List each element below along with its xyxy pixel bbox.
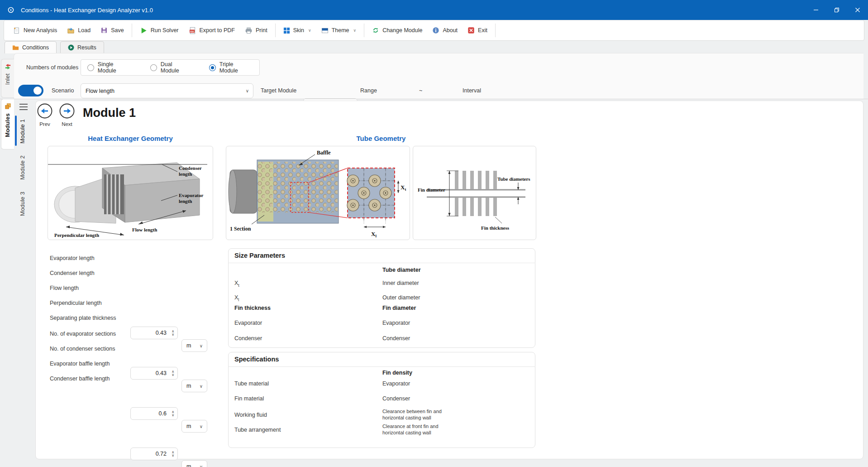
size-parameters-title: Size Parameters xyxy=(228,248,535,263)
export-pdf-button[interactable]: PDF Export to PDF xyxy=(184,23,240,38)
numbers-of-modules-label: Numbers of modules xyxy=(26,59,78,76)
chevron-down-icon: ∨ xyxy=(246,88,249,93)
module-tab-3[interactable]: Module 3 xyxy=(17,188,28,220)
prev-label: Prev xyxy=(33,121,56,127)
evaporator-length-label: Evaporator length xyxy=(50,252,95,265)
scenario-label: Scenario xyxy=(52,83,74,98)
tab-results[interactable]: Results xyxy=(60,41,104,53)
condenser-sections-label: No. of condenser sections xyxy=(50,342,115,355)
play-circle-icon xyxy=(68,44,74,51)
condenser-length-unit[interactable]: m∨ xyxy=(181,380,207,392)
spinner-arrows-icon[interactable]: ∧∨ xyxy=(172,410,174,417)
tube-label-baffle: Baffle xyxy=(317,149,331,156)
radio-triple-module[interactable]: Triple Module xyxy=(209,61,253,74)
radio-dual-module[interactable]: Dual Module xyxy=(150,61,192,74)
hx-label-perpendicular: Perpendicular length xyxy=(54,232,99,238)
chevron-down-icon: ∨ xyxy=(200,343,203,348)
radio-triple-label: Triple Module xyxy=(219,61,253,74)
clearance-fin-wall-label: Clearance between fin andhorizontal cast… xyxy=(382,409,442,421)
perpendicular-length-label: Perpendicular length xyxy=(50,297,102,309)
new-analysis-button[interactable]: New Analysis xyxy=(8,23,62,38)
condenser-baffle-length-label: Condenser baffle length xyxy=(50,372,110,385)
about-label: About xyxy=(443,27,458,34)
save-label: Save xyxy=(111,27,124,34)
new-analysis-icon xyxy=(13,27,20,34)
scenario-toggle[interactable] xyxy=(18,85,43,96)
outer-diameter-label: Outer diameter xyxy=(382,291,420,304)
hx-label-condenser-line1: Condenser xyxy=(179,165,202,171)
flow-length-unit[interactable]: m∨ xyxy=(181,420,207,433)
fin-thickness-header: Fin thickness xyxy=(234,305,271,311)
hx-label-condenser-line2: length xyxy=(179,171,192,177)
toolbar: New Analysis Load Save Run Solver PDF Ex… xyxy=(4,20,864,41)
save-icon xyxy=(100,27,108,34)
app-icon xyxy=(7,6,14,14)
minimize-button[interactable] xyxy=(806,0,826,20)
radio-single-label: Single Module xyxy=(98,61,133,74)
print-icon xyxy=(245,27,253,34)
evaporator-baffle-length-label: Evaporator baffle length xyxy=(50,357,110,370)
exit-label: Exit xyxy=(478,27,487,34)
theme-label: Theme xyxy=(332,27,349,34)
module-tab-2[interactable]: Module 2 xyxy=(17,152,28,183)
fin-label-thickness: Fin thickness xyxy=(481,225,510,231)
modules-boxes-icon xyxy=(5,103,11,110)
theme-icon xyxy=(321,27,329,34)
flow-length-label: Flow length xyxy=(50,282,79,294)
header-divider xyxy=(0,99,868,99)
main-tabs: Conditions Results xyxy=(5,41,104,53)
toolbar-separator xyxy=(275,24,276,37)
perpendicular-length-unit[interactable]: m∨ xyxy=(181,460,207,467)
save-button[interactable]: Save xyxy=(95,23,129,38)
toolbar-separator xyxy=(132,24,132,37)
scenario-value: Flow length xyxy=(86,88,114,94)
tube-geometry-image: Baffle 1 Section Xt Xl xyxy=(226,146,410,240)
clearance-front-fin-label: Clearance at front fin andhorizontal cas… xyxy=(382,424,442,436)
module-tab-3-label: Module 3 xyxy=(19,192,26,216)
change-module-button[interactable]: Change Module xyxy=(367,23,427,38)
skin-button[interactable]: Skin∨ xyxy=(278,23,316,38)
load-button[interactable]: Load xyxy=(62,23,95,38)
spinner-arrows-icon[interactable]: ∧∨ xyxy=(172,330,174,336)
perpendicular-length-input[interactable]: 0.72∧∨ xyxy=(130,448,178,460)
working-fluid-label: Working fluid xyxy=(234,409,267,421)
module-tab-1-label: Module 1 xyxy=(19,119,26,144)
restore-icon xyxy=(834,7,839,13)
module-tab-1[interactable]: Module 1 xyxy=(17,116,28,147)
condenser-length-label: Condenser length xyxy=(50,267,95,279)
restore-button[interactable] xyxy=(826,0,847,20)
next-button[interactable] xyxy=(59,103,75,119)
tab-conditions[interactable]: Conditions xyxy=(5,41,57,53)
prev-button[interactable] xyxy=(37,103,52,119)
spinner-arrows-icon[interactable]: ∧∨ xyxy=(172,451,174,457)
about-button[interactable]: About xyxy=(427,23,463,38)
sidebar-tab-modules[interactable]: Modules xyxy=(1,99,14,149)
close-button[interactable] xyxy=(847,0,868,20)
xl-label: Xl xyxy=(234,291,239,306)
run-solver-label: Run Solver xyxy=(151,27,179,34)
run-solver-icon xyxy=(140,27,148,34)
radio-dual-label: Dual Module xyxy=(161,61,192,74)
folder-icon xyxy=(12,44,19,51)
run-solver-button[interactable]: Run Solver xyxy=(135,23,184,38)
spinner-arrows-icon[interactable]: ∧∨ xyxy=(172,370,174,376)
flow-length-input[interactable]: 0.6∧∨ xyxy=(130,407,178,420)
app-window: Conditions - Heat Exchanger Design Analy… xyxy=(0,0,868,467)
condenser-length-input[interactable]: 0.43∧∨ xyxy=(130,367,178,380)
evaporator-length-unit[interactable]: m∨ xyxy=(181,339,207,352)
exit-button[interactable]: Exit xyxy=(463,23,492,38)
module-title: Module 1 xyxy=(83,106,136,120)
chevron-down-icon: ∨ xyxy=(308,28,311,33)
export-pdf-label: Export to PDF xyxy=(200,27,235,34)
svg-text:Xt: Xt xyxy=(401,184,406,192)
hamburger-menu-icon[interactable] xyxy=(19,103,28,111)
chevron-down-icon: ∨ xyxy=(200,384,203,389)
radio-single-module[interactable]: Single Module xyxy=(87,61,133,74)
evaporator-length-input[interactable]: 0.43∧∨ xyxy=(130,327,178,339)
hx-label-flow: Flow length xyxy=(132,227,157,232)
scenario-dropdown[interactable]: Flow length∨ xyxy=(81,83,253,98)
theme-button[interactable]: Theme∨ xyxy=(316,23,362,38)
print-button[interactable]: Print xyxy=(240,23,272,38)
svg-text:Xl: Xl xyxy=(371,231,377,238)
sidebar-tab-inlet[interactable]: Inlet xyxy=(1,59,14,98)
